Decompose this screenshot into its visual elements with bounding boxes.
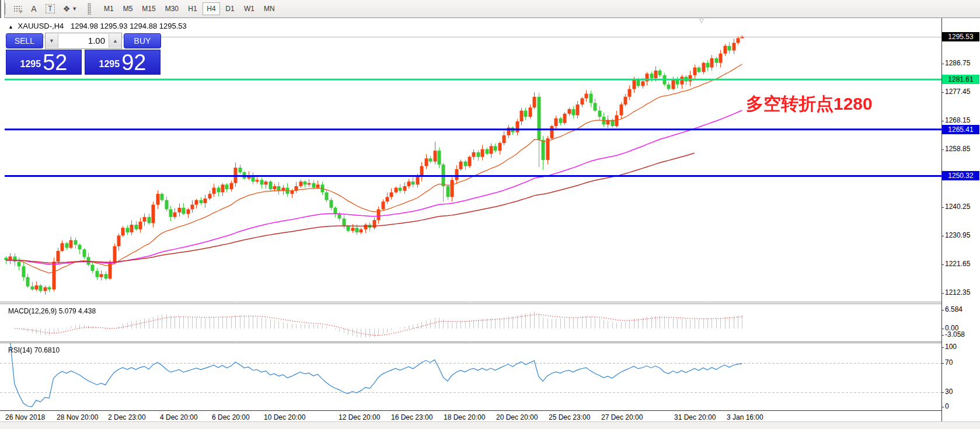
text-label-icon: T [46,4,54,13]
timeframe-button-w1[interactable]: W1 [240,2,259,15]
date-tick-label: 31 Dec 20:00 [674,413,716,421]
rsi-tick-mark [941,363,944,364]
text-label-tool-button[interactable]: T [42,2,58,16]
price-line-label: 1281.61 [942,75,979,84]
price-tick-mark [941,236,944,236]
ohlc-values: 1294.98 1295.93 1294.88 1295.53 [71,22,187,30]
buy-price-box[interactable]: 1295 92 [85,50,161,75]
price-tick-label: 1277.45 [945,88,970,96]
tile-windows-icon: F [13,5,22,13]
timeframe-button-h4[interactable]: H4 [203,2,220,15]
timeframe-button-m30[interactable]: M30 [161,2,183,15]
sell-price-integer: 1295 [20,55,41,73]
price-tick-mark [941,149,944,150]
date-tick-label: 4 Dec 20:00 [160,413,198,421]
symbol-collapse-icon[interactable]: ▲ [8,24,13,30]
timeframe-button-mn[interactable]: MN [260,2,279,15]
date-tick-label: 12 Dec 20:00 [339,413,380,421]
macd-tick-label: 6.584 [945,305,962,313]
chart-title: ▲ XAUUSD-,H4 1294.98 1295.93 1294.88 129… [8,22,187,30]
rsi-tick-mark [941,347,944,348]
tile-windows-button[interactable]: F [9,2,26,16]
annotation-text: 多空转折点1280 [746,92,873,116]
scroll-to-end-icon[interactable]: ▽ [699,18,704,24]
sell-price-box[interactable]: 1295 52 [6,50,82,75]
cycle-tool-icon: ❖ [63,4,71,13]
price-tick-mark [941,207,944,208]
price-tick-mark [941,264,944,265]
price-tick-mark [941,92,944,93]
price-line-label: 1250.32 [942,171,979,180]
date-axis[interactable]: 26 Nov 201828 Nov 20:002 Dec 23:004 Dec … [0,410,941,422]
symbol-period-label: XAUUSD-,H4 [18,22,64,30]
buy-button[interactable]: BUY [124,33,161,48]
trade-panel-prices-row: 1295 52 1295 92 [6,50,161,75]
chart-canvas[interactable] [0,18,941,410]
buy-price-integer: 1295 [99,55,120,73]
rsi-tick-label: 100 [945,343,957,351]
price-tick-label: 1258.85 [945,145,970,153]
timeframe-button-m15[interactable]: M15 [138,2,159,15]
price-tick-label: 1286.75 [945,59,970,67]
price-tick-label: 1268.15 [945,116,970,124]
date-tick-label: 25 Dec 23:00 [549,413,590,421]
date-tick-label: 6 Dec 20:00 [212,413,250,421]
price-tick-label: 1240.25 [945,203,970,211]
date-tick-label: 20 Dec 20:00 [496,413,538,421]
volume-increase-button[interactable]: ▲ [109,34,121,48]
date-tick-label: 27 Dec 20:00 [601,413,643,421]
sell-price-pips: 52 [43,52,67,73]
timeframe-button-m5[interactable]: M5 [119,2,137,15]
macd-tick-mark [941,329,944,329]
date-tick-label: 16 Dec 23:00 [391,413,433,421]
volume-decrease-button[interactable]: ▼ [46,34,58,48]
timeframe-button-m1[interactable]: M1 [100,2,118,15]
date-tick-label: 28 Nov 20:00 [57,413,98,421]
date-tick-label: 3 Jan 16:00 [727,413,763,421]
toolbar-grip-2[interactable] [88,3,91,15]
timeframe-button-h1[interactable]: H1 [184,2,201,15]
macd-tick-mark [941,335,944,336]
price-line-label: 1295.53 [942,32,979,41]
price-tick-label: 1230.95 [945,231,970,239]
price-line-label: 1265.41 [942,125,979,134]
font-tool-icon: A [31,4,36,13]
rsi-tick-mark [941,407,944,407]
tile-windows-icon-letter: F [20,9,23,15]
price-tick-mark [941,64,944,64]
macd-tick-label: -3.058 [945,330,965,339]
mt4-terminal: F A T ❖ ▼ M1M5M15M30H1H4D1W1MN 26 Nov 20… [0,0,980,429]
rsi-tick-mark [941,392,944,393]
volume-spinner: ▼ ▲ [45,33,122,49]
volume-input[interactable] [58,34,109,48]
buy-price-pips: 92 [121,52,146,73]
macd-tick-mark [941,310,944,311]
sell-button[interactable]: SELL [6,33,43,48]
price-tick-mark [941,121,944,121]
rsi-tick-label: 70 [945,358,953,367]
price-tick-label: 1221.65 [945,260,970,268]
rsi-tick-label: 30 [945,388,953,396]
macd-label: MACD(12,26,9) 5.079 4.438 [8,307,96,315]
price-tick-mark [941,293,944,294]
date-tick-label: 2 Dec 23:00 [108,413,146,421]
main-toolbar: F A T ❖ ▼ M1M5M15M30H1H4D1W1MN [0,0,980,18]
timeframe-button-d1[interactable]: D1 [221,2,239,15]
one-click-trading-panel: SELL ▼ ▲ BUY 1295 52 1295 92 [6,33,161,75]
date-tick-label: 26 Nov 2018 [5,413,45,421]
timeframe-toolbar: M1M5M15M30H1H4D1W1MN [99,2,280,15]
font-tool-button[interactable]: A [26,2,42,16]
date-tick-label: 10 Dec 20:00 [264,413,305,421]
window-bottom-strip [0,421,980,429]
rsi-label: RSI(14) 70.6810 [8,346,60,354]
chevron-down-icon: ▼ [72,6,77,12]
date-tick-label: 18 Dec 20:00 [444,413,485,421]
trade-panel-controls-row: SELL ▼ ▲ BUY [6,33,161,48]
cycle-tool-button[interactable]: ❖ ▼ [58,2,82,16]
rsi-tick-label: 0 [945,402,949,410]
price-tick-label: 1212.35 [945,288,970,297]
